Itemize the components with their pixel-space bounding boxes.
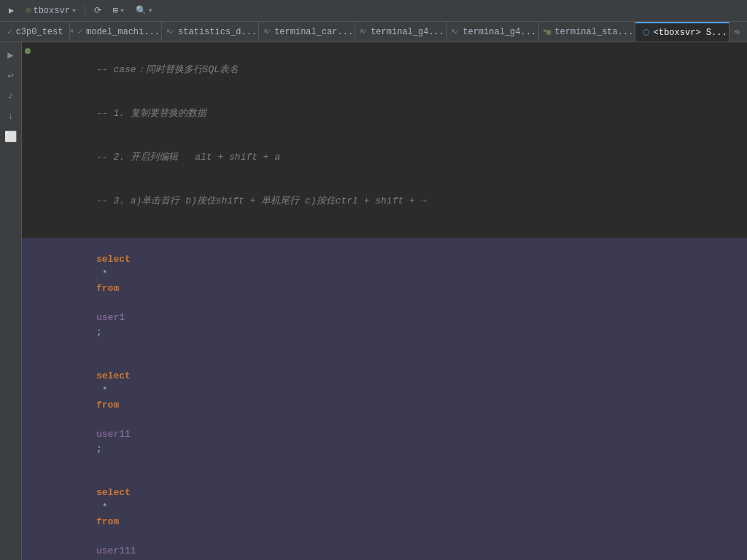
comment-line-4-content: -- 3. a)单击首行 b)按住shift + 单机尾行 c)按住ctrl +… [34, 179, 747, 223]
comment-line-2: -- 1. 复制要替换的数据 [22, 92, 747, 136]
tab-terminal-sta-icon: ▣ [546, 27, 551, 36]
comment-line-1: -- case：同时替换多行SQL表名 [22, 48, 747, 92]
tab-terminal-sta[interactable]: ▣ terminal_sta... × [539, 22, 635, 42]
sql-line-2-content: select * from user11 ; [34, 354, 747, 471]
editor-area[interactable]: -- case：同时替换多行SQL表名 -- 1. 复制要替换的数据 -- 2.… [22, 42, 747, 560]
tab-terminal-g4a-icon: ✓ [363, 27, 368, 36]
tab-terminal-g4b-icon: ✓ [454, 27, 460, 36]
search-button[interactable]: 🔍 ▼ [131, 4, 157, 18]
tab-statistics-label: statistics_d... [178, 27, 257, 37]
space-3: * [96, 385, 113, 396]
space-4 [96, 414, 102, 425]
search-icon: 🔍 [136, 5, 147, 16]
left-gutter: ▶ ↩ ♪ ↓ ⬜ [0, 42, 22, 560]
tab-c3p0-label: c3p0_test [16, 27, 63, 37]
tab-tboxsvr[interactable]: ⬡ <tboxsvr> S... × [635, 22, 729, 42]
fold-dot-icon [25, 48, 31, 54]
sql-line-3-content: select * from user111 ; [34, 471, 747, 560]
expand-icon: ▶ [9, 5, 14, 16]
fold-indicator-1 [22, 48, 34, 54]
tboxsvr-icon: ⊙ [26, 5, 31, 16]
select-keyword-1: select [96, 254, 131, 265]
gutter-down-icon[interactable]: ↓ [3, 108, 19, 124]
space-6 [96, 531, 102, 542]
select-keyword-2: select [96, 370, 131, 381]
table-name-1: user1 [96, 312, 125, 323]
comment-text-1: -- case：同时替换多行SQL表名 [96, 64, 239, 75]
sync-icon: ⟳ [94, 5, 101, 16]
tabs-overflow-icon: › [735, 26, 741, 38]
space-5: * [96, 502, 113, 513]
tab-terminal-g4b[interactable]: ✓ terminal_g4... × [447, 22, 539, 42]
tab-c3p0-icon: ✓ [7, 27, 12, 36]
tab-terminal-g4a[interactable]: ✓ terminal_g4... × [355, 22, 447, 42]
table-name-2: user11 [96, 429, 131, 440]
select-keyword-3: select [96, 487, 131, 498]
tab-model[interactable]: ✓ model_machi... × [70, 22, 162, 42]
tabs-row: ✓ c3p0_test × ✓ model_machi... × ✓ stati… [0, 22, 747, 42]
tab-model-icon: ✓ [77, 27, 82, 36]
grid-dropdown-arrow-icon: ▼ [120, 7, 124, 14]
tab-terminal-car[interactable]: ✓ terminal_car... × [259, 22, 355, 42]
sql-line-1-content: select * from user1 ; [34, 238, 747, 354]
top-bar: ▶ ⊙ tboxsvr ▼ ⟳ ⊞ ▼ 🔍 ▼ [0, 0, 747, 22]
tab-terminal-g4a-label: terminal_g4... [371, 27, 444, 37]
from-keyword-3: from [96, 516, 119, 527]
tab-model-label: model_machi... [86, 27, 160, 37]
comment-text-3: -- 2. 开启列编辑 alt + shift + a [96, 152, 280, 163]
table-name-3: user111 [96, 545, 136, 556]
search-dropdown-arrow-icon: ▼ [149, 7, 152, 14]
tab-terminal-g4b-label: terminal_g4... [462, 27, 536, 37]
space-2 [96, 298, 102, 308]
empty-line-1 [22, 223, 747, 238]
grid-button[interactable]: ⊞ ▼ [109, 4, 128, 18]
comment-line-2-content: -- 1. 复制要替换的数据 [34, 92, 747, 136]
comment-line-1-content: -- case：同时替换多行SQL表名 [34, 48, 747, 92]
tab-statistics[interactable]: ✓ statistics_d... × [162, 22, 258, 42]
sql-line-3: select * from user111 ; [22, 471, 747, 560]
comment-line-3: -- 2. 开启列编辑 alt + shift + a [22, 136, 747, 179]
tboxsvr-label: tboxsvr [33, 6, 69, 16]
tab-c3p0[interactable]: ✓ c3p0_test × [0, 22, 70, 42]
dropdown-arrow-icon: ▼ [72, 7, 76, 14]
sync-button[interactable]: ⟳ [90, 4, 106, 18]
comment-text-2: -- 1. 复制要替换的数据 [96, 108, 206, 119]
semi-2: ; [96, 443, 102, 454]
gutter-run-icon[interactable]: ▶ [3, 47, 19, 63]
tab-terminal-sta-label: terminal_sta... [554, 27, 633, 37]
sql-line-1: select * from user1 ; [22, 238, 747, 354]
from-keyword-2: from [96, 400, 119, 411]
tab-statistics-icon: ✓ [169, 27, 174, 36]
comment-line-4: -- 3. a)单击首行 b)按住shift + 单机尾行 c)按住ctrl +… [22, 179, 747, 223]
gutter-undo-icon[interactable]: ↩ [3, 67, 19, 83]
space-1: * [96, 268, 113, 279]
tab-tboxsvr-icon: ⬡ [643, 28, 650, 37]
gutter-box-icon[interactable]: ⬜ [3, 128, 19, 144]
tab-terminal-car-icon: ✓ [266, 27, 271, 36]
separator [85, 4, 85, 18]
expand-button[interactable]: ▶ [4, 4, 18, 18]
grid-icon: ⊞ [113, 5, 118, 16]
sql-line-2: select * from user11 ; [22, 354, 747, 471]
tab-tboxsvr-label: <tboxsvr> S... [654, 28, 727, 38]
comment-line-3-content: -- 2. 开启列编辑 alt + shift + a [34, 136, 747, 179]
gutter-music-icon[interactable]: ♪ [3, 88, 19, 104]
tab-terminal-car-label: terminal_car... [274, 27, 353, 37]
editor-content: -- case：同时替换多行SQL表名 -- 1. 复制要替换的数据 -- 2.… [22, 42, 747, 560]
main-layout: ▶ ↩ ♪ ↓ ⬜ -- case：同时替换多行SQL表名 -- 1. 复制要替… [0, 42, 747, 560]
empty-line-content [34, 223, 747, 238]
tabs-overflow-button[interactable]: › [729, 22, 747, 42]
semi-1: ; [96, 327, 102, 338]
tboxsvr-dropdown[interactable]: ⊙ tboxsvr ▼ [21, 4, 80, 18]
comment-text-4: -- 3. a)单击首行 b)按住shift + 单机尾行 c)按住ctrl +… [96, 195, 426, 206]
from-keyword-1: from [96, 283, 119, 294]
